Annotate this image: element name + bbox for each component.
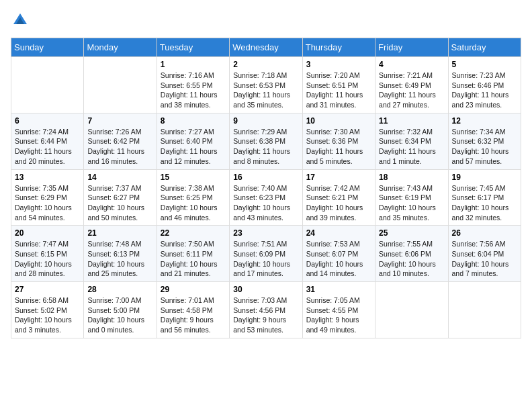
calendar-cell: 30Sunrise: 7:03 AM Sunset: 4:56 PM Dayli…	[230, 282, 302, 338]
calendar-cell: 18Sunrise: 7:43 AM Sunset: 6:19 PM Dayli…	[375, 169, 448, 226]
day-detail: Sunrise: 7:32 AM Sunset: 6:34 PM Dayligh…	[379, 127, 444, 167]
calendar-cell: 11Sunrise: 7:32 AM Sunset: 6:34 PM Dayli…	[375, 113, 448, 169]
calendar-cell: 14Sunrise: 7:37 AM Sunset: 6:27 PM Dayli…	[84, 169, 157, 226]
day-detail: Sunrise: 7:05 AM Sunset: 4:55 PM Dayligh…	[306, 295, 371, 335]
page-header	[11, 11, 521, 30]
col-header-wednesday: Wednesday	[230, 38, 302, 57]
day-number: 10	[306, 116, 371, 126]
calendar-cell: 4Sunrise: 7:21 AM Sunset: 6:49 PM Daylig…	[375, 57, 448, 113]
day-number: 12	[452, 116, 517, 126]
calendar-header-row: SundayMondayTuesdayWednesdayThursdayFrid…	[11, 38, 521, 57]
calendar-week-row: 20Sunrise: 7:47 AM Sunset: 6:15 PM Dayli…	[11, 226, 521, 282]
calendar-cell: 2Sunrise: 7:18 AM Sunset: 6:53 PM Daylig…	[230, 57, 302, 113]
day-detail: Sunrise: 7:40 AM Sunset: 6:23 PM Dayligh…	[233, 183, 298, 223]
day-number: 24	[306, 228, 371, 238]
day-number: 4	[379, 60, 444, 69]
calendar-cell: 23Sunrise: 7:51 AM Sunset: 6:09 PM Dayli…	[230, 226, 302, 282]
col-header-sunday: Sunday	[11, 38, 84, 57]
day-detail: Sunrise: 7:30 AM Sunset: 6:36 PM Dayligh…	[306, 127, 371, 167]
day-detail: Sunrise: 7:53 AM Sunset: 6:07 PM Dayligh…	[306, 239, 371, 279]
day-detail: Sunrise: 7:24 AM Sunset: 6:44 PM Dayligh…	[15, 127, 80, 167]
day-number: 19	[452, 173, 517, 182]
day-detail: Sunrise: 7:56 AM Sunset: 6:04 PM Dayligh…	[452, 239, 517, 279]
day-detail: Sunrise: 7:20 AM Sunset: 6:51 PM Dayligh…	[306, 71, 371, 110]
day-number: 30	[233, 285, 298, 294]
col-header-thursday: Thursday	[302, 38, 375, 57]
calendar-cell: 20Sunrise: 7:47 AM Sunset: 6:15 PM Dayli…	[11, 226, 84, 282]
day-number: 23	[233, 228, 298, 238]
day-detail: Sunrise: 7:35 AM Sunset: 6:29 PM Dayligh…	[15, 183, 80, 223]
day-detail: Sunrise: 7:51 AM Sunset: 6:09 PM Dayligh…	[233, 239, 298, 279]
calendar-cell	[84, 57, 157, 113]
day-detail: Sunrise: 7:26 AM Sunset: 6:42 PM Dayligh…	[87, 127, 152, 167]
calendar-cell: 19Sunrise: 7:45 AM Sunset: 6:17 PM Dayli…	[448, 169, 521, 226]
day-detail: Sunrise: 7:21 AM Sunset: 6:49 PM Dayligh…	[379, 71, 444, 110]
calendar-cell: 5Sunrise: 7:23 AM Sunset: 6:46 PM Daylig…	[448, 57, 521, 113]
day-number: 1	[161, 60, 226, 69]
calendar-cell: 25Sunrise: 7:55 AM Sunset: 6:06 PM Dayli…	[375, 226, 448, 282]
day-detail: Sunrise: 7:55 AM Sunset: 6:06 PM Dayligh…	[379, 239, 444, 279]
day-number: 16	[233, 173, 298, 182]
day-number: 17	[306, 173, 371, 182]
day-detail: Sunrise: 7:42 AM Sunset: 6:21 PM Dayligh…	[306, 183, 371, 223]
calendar-cell	[375, 282, 448, 338]
col-header-friday: Friday	[375, 38, 448, 57]
calendar-table: SundayMondayTuesdayWednesdayThursdayFrid…	[11, 38, 521, 338]
calendar-cell: 31Sunrise: 7:05 AM Sunset: 4:55 PM Dayli…	[302, 282, 375, 338]
calendar-cell: 7Sunrise: 7:26 AM Sunset: 6:42 PM Daylig…	[84, 113, 157, 169]
day-detail: Sunrise: 7:50 AM Sunset: 6:11 PM Dayligh…	[161, 239, 226, 279]
calendar-week-row: 27Sunrise: 6:58 AM Sunset: 5:02 PM Dayli…	[11, 282, 521, 338]
day-detail: Sunrise: 7:00 AM Sunset: 5:00 PM Dayligh…	[87, 295, 152, 335]
day-number: 2	[233, 60, 298, 69]
day-detail: Sunrise: 7:16 AM Sunset: 6:55 PM Dayligh…	[161, 71, 226, 110]
day-number: 28	[87, 285, 152, 294]
day-detail: Sunrise: 7:23 AM Sunset: 6:46 PM Dayligh…	[452, 71, 517, 110]
day-detail: Sunrise: 7:48 AM Sunset: 6:13 PM Dayligh…	[87, 239, 152, 279]
day-detail: Sunrise: 7:47 AM Sunset: 6:15 PM Dayligh…	[15, 239, 80, 279]
day-number: 9	[233, 116, 298, 126]
col-header-tuesday: Tuesday	[157, 38, 229, 57]
day-detail: Sunrise: 7:38 AM Sunset: 6:25 PM Dayligh…	[161, 183, 226, 223]
calendar-cell: 13Sunrise: 7:35 AM Sunset: 6:29 PM Dayli…	[11, 169, 84, 226]
day-detail: Sunrise: 7:27 AM Sunset: 6:40 PM Dayligh…	[161, 127, 226, 167]
day-number: 5	[452, 60, 517, 69]
day-number: 6	[15, 116, 80, 126]
calendar-week-row: 6Sunrise: 7:24 AM Sunset: 6:44 PM Daylig…	[11, 113, 521, 169]
day-number: 25	[379, 228, 444, 238]
calendar-cell: 8Sunrise: 7:27 AM Sunset: 6:40 PM Daylig…	[157, 113, 229, 169]
day-number: 31	[306, 285, 371, 294]
calendar-cell: 27Sunrise: 6:58 AM Sunset: 5:02 PM Dayli…	[11, 282, 84, 338]
day-detail: Sunrise: 7:01 AM Sunset: 4:58 PM Dayligh…	[161, 295, 226, 335]
calendar-cell: 21Sunrise: 7:48 AM Sunset: 6:13 PM Dayli…	[84, 226, 157, 282]
day-detail: Sunrise: 7:37 AM Sunset: 6:27 PM Dayligh…	[87, 183, 152, 223]
day-number: 18	[379, 173, 444, 182]
day-detail: Sunrise: 7:45 AM Sunset: 6:17 PM Dayligh…	[452, 183, 517, 223]
calendar-cell: 22Sunrise: 7:50 AM Sunset: 6:11 PM Dayli…	[157, 226, 229, 282]
day-number: 11	[379, 116, 444, 126]
calendar-cell: 15Sunrise: 7:38 AM Sunset: 6:25 PM Dayli…	[157, 169, 229, 226]
day-detail: Sunrise: 6:58 AM Sunset: 5:02 PM Dayligh…	[15, 295, 80, 335]
day-detail: Sunrise: 7:03 AM Sunset: 4:56 PM Dayligh…	[233, 295, 298, 335]
day-detail: Sunrise: 7:29 AM Sunset: 6:38 PM Dayligh…	[233, 127, 298, 167]
logo-icon	[11, 11, 30, 30]
day-number: 26	[452, 228, 517, 238]
day-number: 15	[161, 173, 226, 182]
day-detail: Sunrise: 7:43 AM Sunset: 6:19 PM Dayligh…	[379, 183, 444, 223]
day-number: 14	[87, 173, 152, 182]
day-number: 8	[161, 116, 226, 126]
calendar-cell	[11, 57, 84, 113]
col-header-monday: Monday	[84, 38, 157, 57]
day-number: 13	[15, 173, 80, 182]
day-number: 7	[87, 116, 152, 126]
day-number: 29	[161, 285, 226, 294]
calendar-cell: 6Sunrise: 7:24 AM Sunset: 6:44 PM Daylig…	[11, 113, 84, 169]
calendar-cell: 12Sunrise: 7:34 AM Sunset: 6:32 PM Dayli…	[448, 113, 521, 169]
calendar-week-row: 13Sunrise: 7:35 AM Sunset: 6:29 PM Dayli…	[11, 169, 521, 226]
calendar-cell: 17Sunrise: 7:42 AM Sunset: 6:21 PM Dayli…	[302, 169, 375, 226]
day-number: 20	[15, 228, 80, 238]
calendar-cell: 10Sunrise: 7:30 AM Sunset: 6:36 PM Dayli…	[302, 113, 375, 169]
calendar-cell: 24Sunrise: 7:53 AM Sunset: 6:07 PM Dayli…	[302, 226, 375, 282]
day-number: 3	[306, 60, 371, 69]
calendar-cell: 26Sunrise: 7:56 AM Sunset: 6:04 PM Dayli…	[448, 226, 521, 282]
calendar-cell: 9Sunrise: 7:29 AM Sunset: 6:38 PM Daylig…	[230, 113, 302, 169]
